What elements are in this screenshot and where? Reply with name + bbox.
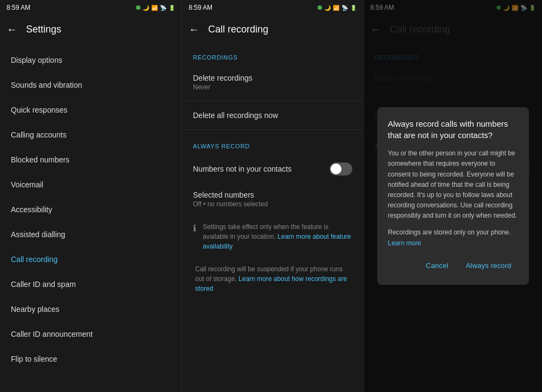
always-record-dialog: Always record calls with numbers that ar… xyxy=(377,107,529,285)
menu-item-caller-id-announcement[interactable]: Caller ID announcement xyxy=(0,322,182,347)
google-fi-icon-2 xyxy=(318,5,322,10)
signal-icon: 📶 xyxy=(151,5,158,11)
dialog-body: You or the other person in your call mig… xyxy=(388,148,518,221)
call-recording-title: Call recording xyxy=(208,24,268,35)
app-bar-settings: ← Settings xyxy=(0,15,182,43)
dialog-overlay: Always record calls with numbers that ar… xyxy=(364,0,542,392)
back-button-call-recording[interactable]: ← xyxy=(189,23,199,36)
menu-item-quick-responses[interactable]: Quick responses xyxy=(0,97,182,122)
status-icons-2: 🌙 📶 📡 🔋 xyxy=(318,5,357,11)
numbers-not-contacts-toggle[interactable] xyxy=(330,162,352,175)
menu-item-calling-accounts[interactable]: Calling accounts xyxy=(0,122,182,147)
status-bar-2: 8:59 AM 🌙 📶 📡 🔋 xyxy=(182,0,363,15)
delete-recordings-left: Delete recordings Never xyxy=(193,74,253,91)
wifi-icon: 📡 xyxy=(160,5,166,11)
delete-all-now-item[interactable]: Delete all recordings now xyxy=(182,103,363,127)
battery-icon: 🔋 xyxy=(169,5,175,11)
menu-item-sounds-vibration[interactable]: Sounds and vibration xyxy=(0,73,182,97)
menu-item-nearby-places[interactable]: Nearby places xyxy=(0,297,182,322)
divider-1 xyxy=(182,101,363,101)
menu-item-call-recording[interactable]: Call recording xyxy=(0,247,182,272)
divider-2 xyxy=(182,129,363,130)
always-record-button[interactable]: Always record xyxy=(459,257,518,274)
status-bar-1: 8:59 AM 🌙 📶 📡 🔋 xyxy=(0,0,182,15)
panel-call-recording: 8:59 AM 🌙 📶 📡 🔋 ← Call recording RECORDI… xyxy=(182,0,363,392)
status-time-2: 8:59 AM xyxy=(189,4,212,11)
delete-recordings-item[interactable]: Delete recordings Never xyxy=(182,66,363,99)
numbers-not-contacts-item[interactable]: Numbers not in your contacts xyxy=(182,155,363,183)
menu-item-voicemail[interactable]: Voicemail xyxy=(0,172,182,197)
menu-item-caller-id-spam[interactable]: Caller ID and spam xyxy=(0,272,182,297)
dialog-learn-more-link[interactable]: Learn more xyxy=(388,239,421,247)
delete-all-now-left: Delete all recordings now xyxy=(193,111,278,120)
settings-title: Settings xyxy=(26,24,61,35)
signal-icon-2: 📶 xyxy=(333,5,339,11)
info-row-1: ℹ Settings take effect only when the fea… xyxy=(182,215,363,258)
selected-numbers-left: Selected numbers Off • no numbers select… xyxy=(193,191,268,208)
moon-icon: 🌙 xyxy=(143,5,149,11)
dialog-actions: Cancel Always record xyxy=(388,257,518,274)
menu-item-accessibility[interactable]: Accessibility xyxy=(0,197,182,222)
always-record-section-header: ALWAYS RECORD xyxy=(182,132,363,155)
settings-list: Display options Sounds and vibration Qui… xyxy=(0,43,182,392)
menu-item-blocked-numbers[interactable]: Blocked numbers xyxy=(0,147,182,172)
battery-icon-2: 🔋 xyxy=(350,5,357,11)
panel-dialog: 8:59 AM 🌙 📶 📡 🔋 ← Call recording RECORDI… xyxy=(363,0,542,392)
selected-numbers-item[interactable]: Selected numbers Off • no numbers select… xyxy=(182,183,363,215)
status-icons-1: 🌙 📶 📡 🔋 xyxy=(136,5,175,11)
call-recording-content: RECORDINGS Delete recordings Never Delet… xyxy=(182,43,363,392)
info-text-1: Settings take effect only when the featu… xyxy=(203,222,352,251)
app-bar-call-recording: ← Call recording xyxy=(182,15,363,43)
menu-item-display-options[interactable]: Display options xyxy=(0,48,182,73)
menu-item-flip-to-silence[interactable]: Flip to silence xyxy=(0,347,182,371)
wifi-icon-2: 📡 xyxy=(341,5,348,11)
cancel-button[interactable]: Cancel xyxy=(420,257,455,274)
dialog-body-2: Recordings are stored only on your phone… xyxy=(388,227,518,248)
numbers-not-contacts-left: Numbers not in your contacts xyxy=(193,165,292,173)
panel-settings: 8:59 AM 🌙 📶 📡 🔋 ← Settings Display optio… xyxy=(0,0,182,392)
status-time-1: 8:59 AM xyxy=(7,4,30,11)
back-button-settings[interactable]: ← xyxy=(7,23,17,36)
dialog-title: Always record calls with numbers that ar… xyxy=(388,118,518,141)
info-icon-1: ℹ xyxy=(193,223,196,233)
google-fi-icon xyxy=(136,5,140,10)
info-text-2: Call recording will be suspended if your… xyxy=(193,264,352,293)
recordings-section-header: RECORDINGS xyxy=(182,43,363,66)
moon-icon-2: 🌙 xyxy=(324,5,331,11)
menu-item-assisted-dialling[interactable]: Assisted dialling xyxy=(0,222,182,247)
info-row-2: Call recording will be suspended if your… xyxy=(182,258,363,300)
